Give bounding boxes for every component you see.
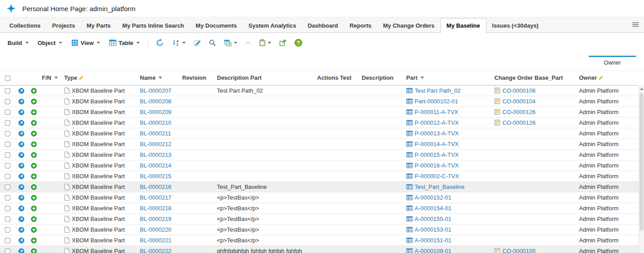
- row-checkbox[interactable]: [5, 195, 10, 200]
- owner-column-indicator[interactable]: Owner: [589, 56, 636, 66]
- part-link[interactable]: P-000016-A-TVX: [415, 162, 459, 169]
- tab-collections[interactable]: Collections: [4, 19, 46, 33]
- name-link[interactable]: BL-0000222: [140, 248, 171, 253]
- name-link[interactable]: BL-0000217: [140, 194, 171, 201]
- quickview-icon[interactable]: [18, 237, 24, 244]
- add-icon[interactable]: [31, 195, 37, 201]
- add-icon[interactable]: [31, 152, 37, 158]
- tab-my-change-orders[interactable]: My Change Orders: [377, 19, 440, 33]
- name-link[interactable]: BL-0000209: [140, 109, 171, 115]
- part-link[interactable]: P-000011-A-TVX: [415, 109, 458, 115]
- name-link[interactable]: BL-0000215: [140, 173, 171, 180]
- part-link[interactable]: Test Part Path_02: [415, 87, 461, 94]
- column-header-part[interactable]: Part: [404, 71, 493, 85]
- name-link[interactable]: BL-0000221: [140, 237, 171, 244]
- quickview-icon[interactable]: [18, 163, 24, 169]
- quickview-icon[interactable]: [18, 216, 24, 222]
- help-button[interactable]: ?: [292, 37, 305, 49]
- add-icon[interactable]: [31, 88, 37, 94]
- tab-menu-icon[interactable]: [631, 20, 640, 30]
- quickview-icon[interactable]: [18, 109, 24, 115]
- quickview-icon[interactable]: [18, 184, 24, 190]
- paste-dropdown[interactable]: [257, 37, 274, 49]
- row-checkbox[interactable]: [5, 88, 10, 94]
- row-checkbox[interactable]: [5, 142, 10, 147]
- column-header-revision[interactable]: Revision: [180, 71, 215, 85]
- name-link[interactable]: BL-0000207: [140, 87, 171, 94]
- part-link[interactable]: A-0000153-01: [415, 226, 451, 233]
- view-dropdown[interactable]: View: [68, 37, 103, 49]
- row-checkbox[interactable]: [5, 163, 10, 168]
- row-checkbox[interactable]: [5, 227, 10, 233]
- select-all-checkbox[interactable]: [5, 76, 10, 81]
- add-icon[interactable]: [31, 184, 37, 190]
- change-order-link[interactable]: CO-0000126: [502, 119, 535, 126]
- quickview-icon[interactable]: [18, 227, 24, 233]
- tab-my-parts-inline-search[interactable]: My Parts Inline Search: [117, 19, 190, 33]
- name-link[interactable]: BL-0000214: [140, 162, 171, 169]
- quickview-icon[interactable]: [18, 88, 24, 94]
- add-icon[interactable]: [31, 248, 37, 253]
- change-order-link[interactable]: CO-0000126: [502, 109, 535, 115]
- row-checkbox[interactable]: [5, 238, 10, 243]
- column-header-type[interactable]: Type: [62, 71, 138, 85]
- row-checkbox[interactable]: [5, 174, 10, 179]
- part-link[interactable]: P-000012-A-TVX: [415, 119, 459, 126]
- quickview-icon[interactable]: [18, 205, 24, 212]
- scrollbar-thumb[interactable]: [640, 93, 644, 231]
- vertical-scrollbar[interactable]: [639, 86, 644, 253]
- row-checkbox[interactable]: [5, 206, 10, 211]
- name-link[interactable]: BL-0000219: [140, 216, 171, 222]
- name-link[interactable]: BL-0000210: [140, 119, 171, 126]
- tab-issues[interactable]: Issues (<30days): [486, 19, 544, 33]
- column-header-change-order[interactable]: Change Order Base_Part: [493, 71, 577, 85]
- tab-my-parts[interactable]: My Parts: [81, 19, 116, 33]
- tab-dashboard[interactable]: Dashboard: [302, 19, 344, 33]
- column-header-fn[interactable]: F/N: [40, 71, 62, 85]
- scroll-up-button[interactable]: [639, 86, 644, 92]
- change-order-link[interactable]: CO-0000104: [502, 98, 535, 105]
- part-link[interactable]: A-0000155-01: [415, 216, 451, 222]
- search-button[interactable]: [206, 37, 219, 49]
- part-link[interactable]: P-000014-A-TVX: [415, 141, 459, 147]
- part-link[interactable]: P-000013-A-TVX: [415, 130, 459, 137]
- table-dropdown[interactable]: Table: [106, 37, 143, 49]
- row-checkbox[interactable]: [5, 184, 10, 190]
- name-link[interactable]: BL-0000208: [140, 98, 171, 105]
- part-link[interactable]: A-0000151-01: [415, 237, 451, 244]
- add-icon[interactable]: [31, 141, 37, 147]
- quickview-icon[interactable]: [18, 195, 24, 201]
- name-link[interactable]: BL-0000212: [140, 141, 171, 147]
- row-checkbox[interactable]: [5, 216, 10, 222]
- part-link[interactable]: A-0000152-01: [415, 194, 451, 201]
- tab-system-analytics[interactable]: System Analytics: [243, 19, 302, 33]
- add-icon[interactable]: [31, 163, 37, 169]
- build-dropdown[interactable]: Build: [4, 37, 32, 49]
- column-header-description[interactable]: Description: [360, 71, 404, 85]
- tab-reports[interactable]: Reports: [344, 19, 377, 33]
- part-link[interactable]: A-0000154-01: [415, 205, 451, 212]
- add-icon[interactable]: [31, 109, 37, 115]
- tab-my-baseline[interactable]: My Baseline: [440, 18, 486, 33]
- add-icon[interactable]: [31, 205, 37, 212]
- part-link[interactable]: Test_Part_Baseline: [415, 184, 465, 190]
- add-icon[interactable]: [31, 227, 37, 233]
- change-order-link[interactable]: CO-0000106: [502, 87, 535, 94]
- name-link[interactable]: BL-0000213: [140, 151, 171, 158]
- add-icon[interactable]: [31, 120, 37, 126]
- export-dropdown[interactable]: [221, 37, 240, 49]
- quickview-icon[interactable]: [18, 141, 24, 147]
- part-link[interactable]: P-000002-C-TVX: [415, 173, 459, 180]
- column-header-owner[interactable]: Owner: [577, 71, 639, 85]
- add-icon[interactable]: [31, 216, 37, 222]
- edit-button[interactable]: [191, 37, 204, 49]
- column-header-actions-test[interactable]: Actions Test: [315, 71, 360, 85]
- row-checkbox[interactable]: [5, 120, 10, 126]
- name-link[interactable]: BL-0000218: [140, 205, 171, 212]
- object-dropdown[interactable]: Object: [35, 37, 65, 49]
- name-link[interactable]: BL-0000220: [140, 226, 171, 233]
- quickview-icon[interactable]: [18, 98, 24, 105]
- cut-button[interactable]: ✂: [243, 37, 254, 49]
- add-icon[interactable]: [31, 173, 37, 180]
- part-link[interactable]: Part-0000102-01: [415, 98, 458, 105]
